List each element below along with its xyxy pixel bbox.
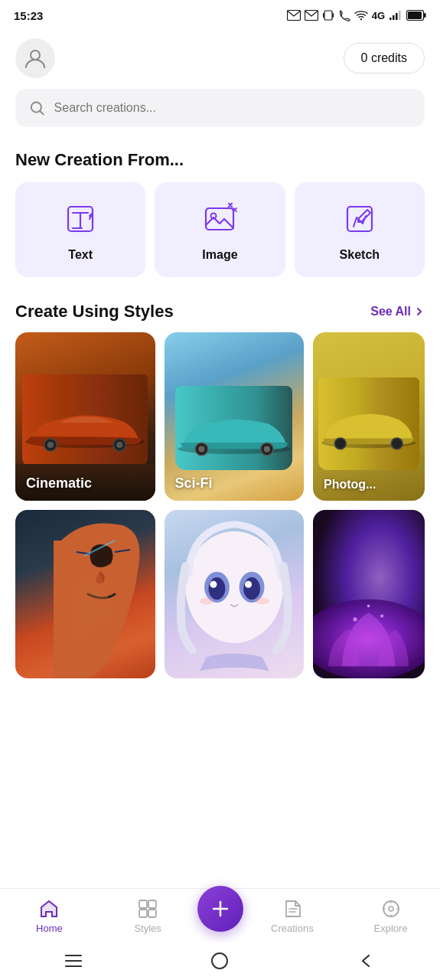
vibrate-icon <box>322 9 334 21</box>
svg-point-12 <box>31 51 40 60</box>
svg-rect-10 <box>408 11 422 19</box>
header: 0 credits <box>0 31 440 89</box>
creations-icon <box>282 898 303 920</box>
new-creation-section: New Creation From... Text <box>0 142 440 291</box>
see-all-button[interactable]: See All <box>370 305 425 318</box>
sketch-creation-card[interactable]: Sketch <box>295 182 425 277</box>
svg-rect-48 <box>139 910 147 917</box>
svg-point-45 <box>367 605 370 608</box>
search-input[interactable] <box>54 101 411 115</box>
abstract-image <box>313 510 425 678</box>
text-creation-card[interactable]: Text <box>15 182 145 277</box>
svg-rect-47 <box>148 900 156 908</box>
nav-home[interactable]: Home <box>0 898 99 934</box>
style-card-scifi[interactable]: Sci-Fi <box>165 332 305 501</box>
svg-rect-8 <box>399 11 401 20</box>
svg-rect-4 <box>332 13 334 18</box>
styles-icon <box>137 898 158 920</box>
status-icons: 4G <box>287 9 426 21</box>
back-button[interactable] <box>344 946 389 976</box>
explore-icon <box>380 898 402 920</box>
nav-creations[interactable]: Creations <box>243 898 342 934</box>
menu-button[interactable] <box>51 946 96 976</box>
style-card-comic[interactable] <box>15 510 155 678</box>
style-card-cinematic[interactable]: Cinematic <box>15 332 155 501</box>
svg-point-52 <box>383 901 399 916</box>
plus-icon <box>209 897 232 920</box>
creations-label: Creations <box>271 923 314 934</box>
chevron-right-icon <box>414 306 425 317</box>
svg-point-36 <box>208 577 225 599</box>
photo-label: Photog... <box>324 478 376 492</box>
email-icon-1 <box>287 10 301 21</box>
wifi-icon <box>354 10 368 21</box>
hamburger-icon <box>64 952 83 969</box>
styles-header: Create Using Styles See All <box>0 291 440 332</box>
nav-styles[interactable]: Styles <box>99 898 197 934</box>
svg-rect-15 <box>206 208 233 230</box>
svg-point-41 <box>255 598 269 605</box>
svg-point-39 <box>244 581 251 588</box>
avatar-button[interactable] <box>15 38 55 78</box>
photo-image <box>313 332 425 501</box>
styles-row-2 <box>15 510 425 678</box>
nav-fab-button[interactable] <box>197 886 243 932</box>
home-system-button[interactable] <box>197 946 243 976</box>
nav-explore[interactable]: Explore <box>341 898 440 934</box>
style-card-anime[interactable] <box>165 510 305 678</box>
svg-rect-7 <box>396 13 398 20</box>
anime-image <box>165 510 305 678</box>
sketch-label: Sketch <box>340 248 380 262</box>
svg-rect-2 <box>324 11 332 20</box>
credits-button[interactable]: 0 credits <box>344 43 425 74</box>
style-card-abstract[interactable] <box>313 510 425 678</box>
4g-label: 4G <box>372 10 385 21</box>
signal-icon <box>389 10 403 21</box>
svg-point-40 <box>199 598 213 605</box>
styles-label: Styles <box>134 923 161 934</box>
circle-home-icon <box>211 952 228 969</box>
search-bar[interactable] <box>15 89 425 127</box>
svg-rect-11 <box>424 13 426 18</box>
bottom-nav: Home Styles Creations <box>0 888 440 942</box>
style-card-photo[interactable]: Photog... <box>313 332 425 501</box>
cinematic-label: Cinematic <box>26 475 92 492</box>
svg-point-27 <box>263 446 269 452</box>
email-icon-2 <box>305 10 318 21</box>
image-label: Image <box>202 248 237 262</box>
svg-rect-5 <box>389 18 392 20</box>
svg-point-22 <box>116 442 122 448</box>
svg-rect-46 <box>139 900 147 908</box>
new-creation-title: New Creation From... <box>15 150 425 170</box>
back-chevron-icon <box>358 952 375 969</box>
image-icon <box>201 201 238 237</box>
svg-point-43 <box>354 617 357 621</box>
sketch-icon <box>341 201 378 237</box>
image-creation-card[interactable]: Image <box>155 182 285 277</box>
system-nav-bar <box>0 942 440 980</box>
explore-label: Explore <box>374 923 408 934</box>
status-bar: 15:23 4G <box>0 0 440 31</box>
svg-point-37 <box>243 577 260 599</box>
text-label: Text <box>68 248 93 262</box>
svg-point-20 <box>47 442 54 448</box>
creation-cards: Text Image <box>15 182 425 277</box>
svg-point-53 <box>389 906 393 911</box>
styles-title: Create Using Styles <box>15 302 174 322</box>
svg-rect-6 <box>393 15 395 20</box>
svg-point-44 <box>380 614 383 617</box>
svg-rect-49 <box>148 910 156 917</box>
search-icon <box>29 100 45 116</box>
home-icon <box>38 898 60 920</box>
main-content: 0 credits New Creation From... <box>0 31 440 778</box>
svg-rect-3 <box>323 13 324 18</box>
status-time: 15:23 <box>14 9 43 22</box>
battery-icon <box>406 10 426 21</box>
svg-point-38 <box>210 581 217 588</box>
comic-image <box>15 510 155 678</box>
phone-icon <box>338 9 350 21</box>
svg-point-25 <box>198 446 204 452</box>
styles-grid: Cinematic Sci-Fi <box>0 332 440 678</box>
scifi-label: Sci-Fi <box>175 475 213 492</box>
svg-point-29 <box>335 438 347 449</box>
